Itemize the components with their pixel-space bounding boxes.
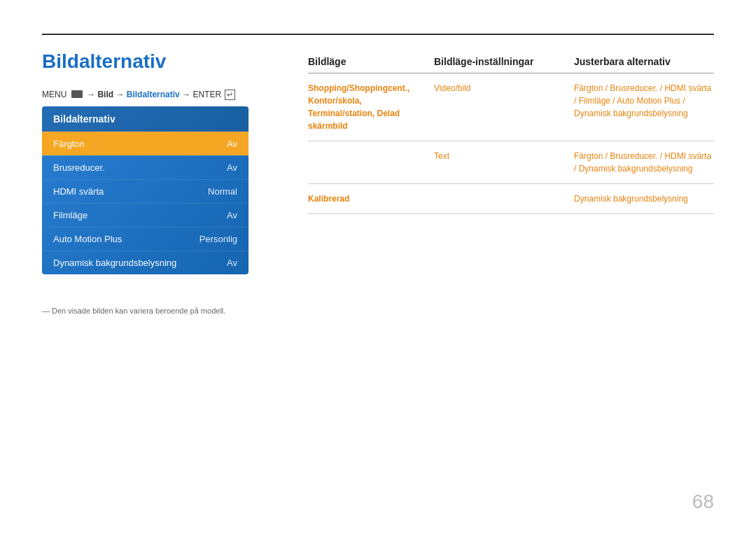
alternativ-2-text: Färgton / Brusreducer. / HDMI svärta / D… [574,151,711,174]
cell-installningar-1: Video/bild [434,82,574,132]
menu-item-hdmi-value: Normal [208,186,237,197]
menu-item-dynamisk-value: Av [227,258,237,268]
alternativ-1-text: Färgton / Brusreducer. / HDMI svärta / F… [574,83,711,118]
menu-item-brusreducer-label: Brusreducer. [53,162,105,173]
cell-bildlage-3: Kalibrerad [308,192,434,205]
table-row-1: Shopping/Shoppingcent.,Kontor/skola,Term… [308,73,714,141]
breadcrumb: MENU → Bild → Bildalternativ → ENTER ↵ [42,90,235,100]
note-text: ― Den visade bilden kan variera beroende… [42,307,225,315]
table-row-2: Text Färgton / Brusreducer. / HDMI svärt… [308,141,714,184]
menu-item-automotion-value: Personlig [200,234,237,244]
menu-item-filmlage-value: Av [227,210,237,220]
table-row-3: Kalibrerad Dynamisk bakgrundsbelysning [308,184,714,214]
arrow3: → [182,90,192,99]
menu-item-fargton[interactable]: Färgton Av [42,132,248,155]
cell-bildlage-2 [308,150,434,175]
menu-item-hdmi-label: HDMI svärta [53,186,104,197]
cell-bildlage-1: Shopping/Shoppingcent.,Kontor/skola,Term… [308,82,434,132]
table-header-row: Bildläge Bildläge-inställningar Justerba… [308,56,714,73]
menu-item-brusreducer-value: Av [227,162,237,173]
cell-installningar-3 [434,192,574,205]
enter-label: ENTER [192,90,221,99]
cell-installningar-2: Text [434,150,574,175]
menu-item-dynamisk-label: Dynamisk bakgrundsbelysning [53,258,176,268]
arrow2: → [115,90,126,99]
menu-item-fargton-label: Färgton [53,139,85,149]
page-title: Bildalternativ [42,50,166,73]
col-header-alternativ: Justerbara alternativ [574,56,714,67]
arrow1: → [87,90,97,99]
alternativ-3-text: Dynamisk bakgrundsbelysning [574,194,688,204]
page-number: 68 [692,491,714,513]
menu-item-automotion[interactable]: Auto Motion Plus Personlig [42,227,248,251]
enter-icon: ↵ [225,90,235,100]
bildalternativ-label: Bildalternativ [127,90,180,99]
menu-item-filmlage-label: Filmläge [53,210,88,220]
menu-item-hdmi[interactable]: HDMI svärta Normal [42,179,248,203]
menu-label: MENU [42,90,66,99]
menu-item-dynamisk[interactable]: Dynamisk bakgrundsbelysning Av [42,251,248,274]
menu-item-brusreducer[interactable]: Brusreducer. Av [42,155,248,179]
cell-alternativ-3: Dynamisk bakgrundsbelysning [574,192,714,205]
cell-alternativ-1: Färgton / Brusreducer. / HDMI svärta / F… [574,82,714,132]
top-divider [42,34,714,35]
col-header-installningar: Bildläge-inställningar [434,56,574,67]
table-section: Bildläge Bildläge-inställningar Justerba… [308,56,714,214]
col-header-bildlage: Bildläge [308,56,434,67]
menu-item-automotion-label: Auto Motion Plus [53,234,122,244]
bild-label: Bild [97,90,113,99]
menu-panel: Bildalternativ Färgton Av Brusreducer. A… [42,106,248,274]
menu-item-fargton-value: Av [227,139,237,149]
menu-icon [71,90,83,98]
cell-alternativ-2: Färgton / Brusreducer. / HDMI svärta / D… [574,150,714,175]
menu-panel-title: Bildalternativ [42,106,248,132]
menu-item-filmlage[interactable]: Filmläge Av [42,203,248,227]
